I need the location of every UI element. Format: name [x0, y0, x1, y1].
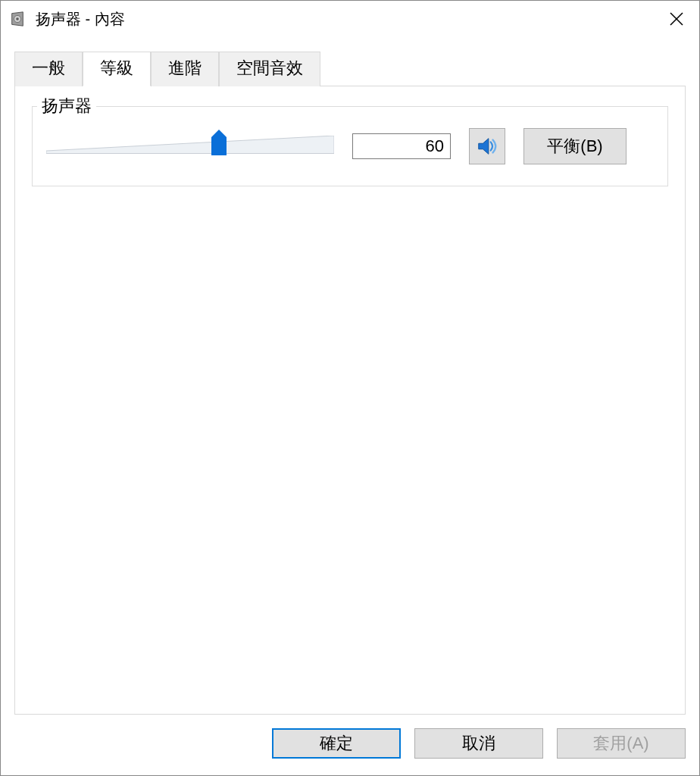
- mute-toggle-button[interactable]: [469, 128, 505, 164]
- tab-strip: 一般 等級 進階 空間音效: [14, 51, 686, 86]
- volume-slider-thumb[interactable]: [211, 130, 227, 155]
- svg-point-1: [16, 17, 19, 20]
- dialog-footer: 確定 取消 套用(A): [1, 722, 699, 775]
- balance-button[interactable]: 平衡(B): [523, 128, 627, 164]
- tab-panel-levels: 扬声器: [14, 86, 686, 715]
- tab-general[interactable]: 一般: [14, 52, 83, 86]
- window-title: 扬声器 - 內容: [36, 9, 125, 30]
- volume-value-input[interactable]: [352, 133, 451, 159]
- apply-button: 套用(A): [557, 728, 686, 759]
- close-button[interactable]: [654, 1, 699, 37]
- svg-marker-4: [46, 136, 334, 154]
- speaker-device-icon: [8, 10, 27, 28]
- properties-dialog: 扬声器 - 內容 一般 等級 進階 空間音效 扬声器: [0, 0, 700, 776]
- svg-marker-7: [479, 139, 489, 155]
- speaker-icon: [476, 135, 498, 158]
- volume-slider[interactable]: [46, 131, 334, 161]
- cancel-button[interactable]: 取消: [414, 728, 543, 759]
- tab-advanced[interactable]: 進階: [151, 52, 219, 86]
- ok-button[interactable]: 確定: [272, 728, 401, 759]
- dialog-body: 一般 等級 進階 空間音效 扬声器: [1, 37, 699, 722]
- tab-spatial-sound[interactable]: 空間音效: [219, 52, 320, 86]
- svg-marker-6: [211, 130, 227, 155]
- speaker-group: 扬声器: [32, 106, 668, 186]
- volume-row: 平衡(B): [46, 128, 654, 164]
- titlebar: 扬声器 - 內容: [1, 1, 699, 37]
- speaker-group-title: 扬声器: [37, 95, 96, 117]
- tab-levels[interactable]: 等級: [83, 52, 151, 86]
